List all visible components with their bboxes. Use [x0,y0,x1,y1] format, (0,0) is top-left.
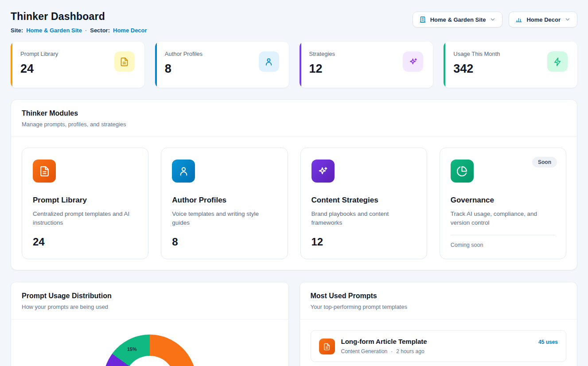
prompt-category: Content Generation [341,348,388,354]
header-controls: Home & Garden Site Home Decor [413,12,577,27]
bottom-row: Prompt Usage Distribution How your promp… [11,282,577,366]
stat-card-author-profiles: Author Profiles 8 [155,42,289,88]
user-icon [178,166,189,177]
stat-label: Author Profiles [165,51,202,57]
module-card-content-strategies[interactable]: Content Strategies Brand playbooks and c… [300,148,427,259]
stat-value: 12 [309,62,335,76]
stat-label: Usage This Month [453,51,500,57]
sparkle-icon [317,166,328,177]
module-description: Brand playbooks and content frameworks [312,210,416,228]
stat-text: Prompt Library 24 [20,51,58,79]
prompt-meta: Content Generation · 2 hours ago [341,348,532,354]
module-description: Centralized prompt templates and AI inst… [33,210,137,228]
site-selector-dropdown[interactable]: Home & Garden Site [413,12,503,27]
sector-selector-label: Home Decor [526,16,561,23]
breadcrumb: Site: Home & Garden Site · Sector: Home … [11,27,147,34]
meta-separator: · [391,348,393,354]
module-title: Content Strategies [312,196,416,205]
pie-chart-icon [456,166,467,177]
chevron-down-icon [565,16,571,23]
modules-grid: Prompt Library Centralized prompt templa… [11,137,577,270]
stat-card-usage: Usage This Month 342 [444,42,577,88]
donut-segment-label: 15% [127,347,137,352]
stat-icon-wrap [259,51,279,72]
module-icon-wrap [451,160,474,183]
most-used-prompts-card: Most Used Prompts Your top-performing pr… [300,282,578,366]
prompt-time: 2 hours ago [396,348,424,354]
stat-value: 342 [453,62,500,76]
module-icon-wrap [172,160,195,183]
page-title: Thinker Dashboard [11,11,147,23]
module-title: Governance [451,196,555,205]
usage-distribution-card: Prompt Usage Distribution How your promp… [11,282,289,366]
stat-icon-wrap [547,51,568,72]
module-description: Voice templates and writing style guides [172,210,276,228]
sector-link[interactable]: Home Decor [113,27,147,34]
module-card-governance[interactable]: Soon Governance Track AI usage, complian… [440,148,566,259]
stat-card-prompt-library: Prompt Library 24 [11,42,144,88]
coming-soon-label: Coming soon [451,235,555,248]
list-item[interactable]: Long-form Article Template Content Gener… [311,330,567,362]
modules-subtitle: Manage prompts, profiles, and strategies [22,121,566,128]
sector-label: Sector: [90,27,110,34]
soon-badge: Soon [532,157,557,167]
stat-label: Strategies [309,51,335,57]
sparkle-icon [409,57,418,66]
module-card-author-profiles[interactable]: Author Profiles Voice templates and writ… [161,148,288,259]
usage-distribution-header: Prompt Usage Distribution How your promp… [11,282,288,319]
prompt-list: Long-form Article Template Content Gener… [300,319,577,366]
stat-card-strategies: Strategies 12 [300,42,433,88]
building-icon [419,16,426,23]
most-used-title: Most Used Prompts [311,292,567,300]
stat-icon-wrap [114,51,135,72]
stat-text: Strategies 12 [309,51,335,79]
breadcrumb-separator: · [85,27,87,34]
dashboard-page: Thinker Dashboard Site: Home & Garden Si… [0,0,588,366]
document-icon [120,57,129,66]
stat-value: 8 [165,62,202,76]
header-left: Thinker Dashboard Site: Home & Garden Si… [11,7,147,34]
module-description: Track AI usage, compliance, and version … [451,210,555,228]
prompt-text: Long-form Article Template Content Gener… [341,338,532,354]
module-count: 8 [172,229,276,248]
usage-distribution-subtitle: How your prompts are being used [22,304,278,310]
site-link[interactable]: Home & Garden Site [26,27,82,34]
stat-text: Usage This Month 342 [453,51,500,79]
usage-distribution-title: Prompt Usage Distribution [22,292,278,300]
module-icon-wrap [312,160,335,183]
page-header: Thinker Dashboard Site: Home & Garden Si… [11,7,577,34]
site-label: Site: [11,27,23,34]
module-card-prompt-library[interactable]: Prompt Library Centralized prompt templa… [22,148,148,259]
document-icon [323,343,331,350]
stat-text: Author Profiles 8 [165,51,202,79]
sector-selector-dropdown[interactable]: Home Decor [509,12,577,27]
prompt-icon-wrap [319,339,335,354]
modules-header: Thinker Modules Manage prompts, profiles… [11,100,577,137]
thinker-modules-section: Thinker Modules Manage prompts, profiles… [11,99,577,270]
stats-row: Prompt Library 24 Author Profiles 8 Stra… [11,42,577,88]
module-title: Author Profiles [172,196,276,205]
site-selector-label: Home & Garden Site [430,16,486,23]
module-count: 12 [312,229,416,248]
chevron-down-icon [490,16,496,23]
stat-label: Prompt Library [20,51,58,57]
stat-icon-wrap [403,51,423,72]
modules-title: Thinker Modules [22,109,566,117]
module-icon-wrap [33,160,56,183]
document-icon [39,166,50,177]
donut-chart-area: 15% [11,335,288,366]
user-icon [264,57,273,66]
zap-icon [553,57,562,66]
bar-chart-icon [515,16,522,23]
most-used-subtitle: Your top-performing prompt templates [311,304,567,310]
stat-value: 24 [20,62,58,76]
module-title: Prompt Library [33,196,137,205]
most-used-header: Most Used Prompts Your top-performing pr… [300,282,577,319]
prompt-title: Long-form Article Template [341,338,532,345]
donut-chart: 15% [103,335,196,366]
usage-count-badge: 45 uses [538,339,558,345]
module-count: 24 [33,229,137,248]
